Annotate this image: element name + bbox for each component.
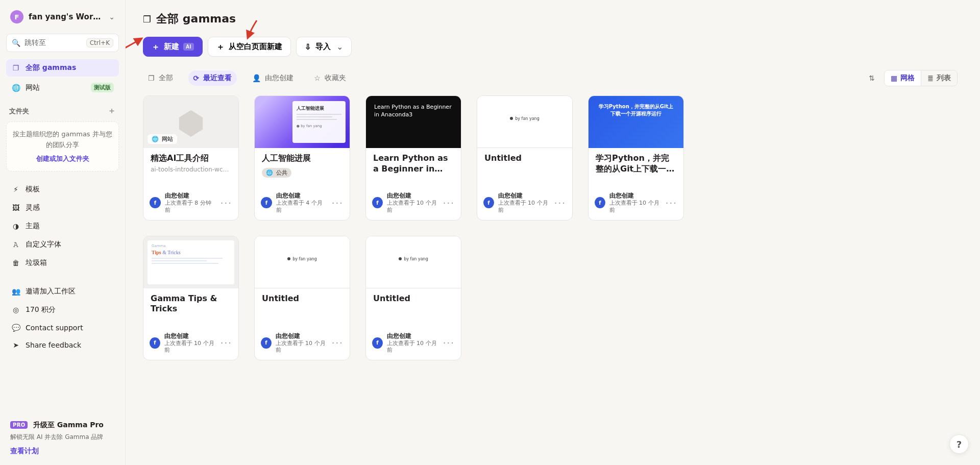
gamma-card[interactable]: Learn Python as a Beginner in Anaconda3L…: [365, 95, 461, 221]
gamma-card[interactable]: 人工智能进展 ● by fan yang 人工智能进展公共 f 由您创建 上次查…: [254, 95, 350, 221]
font-icon: [11, 240, 20, 249]
gamma-card[interactable]: 学习Python，并完整的从Git上下载一个开源程序运行学习Python，并完整…: [588, 95, 684, 221]
send-icon: [11, 341, 20, 349]
nav-invite[interactable]: 邀请加入工作区: [6, 283, 119, 300]
card-meta: 由您创建 上次查看于 8 分钟前: [165, 192, 216, 214]
nav-trash[interactable]: 垃圾箱: [6, 254, 119, 272]
card-title: 人工智能进展: [262, 153, 342, 164]
new-blank-button[interactable]: ＋ 从空白页面新建: [208, 37, 291, 57]
stack-icon: [11, 64, 20, 72]
filter-bar: 全部 最近查看 由您创建 收藏夹 网格 列: [143, 70, 958, 86]
pro-subtitle: 解锁无限 AI 并去除 Gamma 品牌: [10, 433, 115, 442]
card-menu-button[interactable]: ···: [443, 198, 455, 208]
last-viewed: 上次查看于 10 个月前: [609, 200, 662, 214]
card-subtitle: ai-tools-introduction-wcwwpgd.g…: [151, 166, 231, 173]
slide-title: 学习Python，并完整的从Git上下载一个开源程序运行: [597, 103, 675, 117]
card-title: 学习Python，并完整的从Git上下载一个开源程序运行: [596, 153, 676, 175]
add-folder-button[interactable]: ＋: [108, 106, 116, 116]
nav-fonts[interactable]: 自定义字体: [6, 236, 119, 253]
card-meta: 由您创建 上次查看于 10 个月前: [387, 192, 439, 214]
card-body: 人工智能进展公共: [255, 148, 350, 189]
nav-support[interactable]: Contact support: [6, 320, 119, 336]
author-avatar: f: [150, 197, 161, 208]
sort-button[interactable]: [865, 71, 879, 85]
nav-credits[interactable]: 170 积分: [6, 301, 119, 319]
card-menu-button[interactable]: ···: [220, 198, 232, 208]
card-footer: f 由您创建 上次查看于 10 个月前 ···: [366, 189, 461, 220]
user-icon: [252, 74, 261, 82]
grid-icon: [891, 74, 897, 82]
view-list[interactable]: 列表: [921, 70, 957, 86]
card-menu-button[interactable]: ···: [666, 198, 677, 208]
chevron-down-icon: [337, 43, 343, 51]
gamma-card[interactable]: by fan yangUntitled f 由您创建 上次查看于 10 个月前 …: [477, 95, 573, 221]
tertiary-nav: 邀请加入工作区 170 积分 Contact support Share fee…: [6, 283, 119, 353]
card-menu-button[interactable]: ···: [332, 337, 344, 348]
new-button-label: 新建: [164, 42, 179, 52]
view-grid[interactable]: 网格: [885, 70, 921, 86]
star-icon: [314, 74, 321, 82]
search-icon: [12, 39, 20, 47]
import-button[interactable]: 导入: [296, 37, 352, 57]
nav-sites[interactable]: 网站 测试版: [6, 79, 119, 96]
slide-title: Learn Python as a Beginner in Anaconda3: [374, 103, 453, 119]
pro-title: 升级至 Gamma Pro: [33, 421, 104, 429]
stack-icon: [143, 14, 151, 25]
nav-templates[interactable]: 模板: [6, 181, 119, 198]
card-menu-button[interactable]: ···: [443, 337, 455, 348]
card-title: 精选AI工具介绍: [151, 153, 231, 164]
nav-themes[interactable]: 主题: [6, 217, 119, 235]
author-avatar: f: [595, 197, 605, 208]
import-label: 导入: [315, 42, 331, 52]
nav-all-gammas[interactable]: 全部 gammas: [6, 59, 119, 77]
nav-inspiration[interactable]: 灵感: [6, 199, 119, 216]
created-by-label: 由您创建: [387, 332, 439, 340]
gamma-card[interactable]: by fan yangUntitled f 由您创建 上次查看于 10 个月前 …: [365, 236, 461, 361]
card-thumbnail: by fan yang: [255, 236, 350, 288]
author-avatar: f: [261, 197, 272, 208]
author-avatar: f: [150, 337, 160, 349]
pro-cta[interactable]: 查看计划: [10, 447, 39, 456]
created-by-label: 由您创建: [609, 192, 662, 200]
card-menu-button[interactable]: ···: [554, 198, 566, 208]
card-footer: f 由您创建 上次查看于 10 个月前 ···: [255, 329, 350, 360]
gamma-card[interactable]: Gamma Tips & Tricks Gamma Tips & Tricks …: [143, 236, 239, 361]
workspace-switcher[interactable]: F fan yang's Workspace: [6, 7, 119, 27]
visibility-chip: 公共: [262, 168, 291, 178]
card-menu-button[interactable]: ···: [220, 337, 232, 348]
card-footer: f 由您创建 上次查看于 4 个月前 ···: [255, 189, 350, 220]
last-viewed: 上次查看于 10 个月前: [498, 200, 550, 214]
gamma-card[interactable]: 网站精选AI工具介绍ai-tools-introduction-wcwwpgd.…: [143, 95, 239, 221]
nav-feedback[interactable]: Share feedback: [6, 337, 119, 353]
filter-all[interactable]: 全部: [143, 70, 178, 86]
folders-heading: 文件夹 ＋: [6, 106, 119, 116]
view-toggle: 网格 列表: [884, 70, 958, 86]
card-body: Untitled: [477, 148, 572, 189]
create-folder-link[interactable]: 创建或加入文件夹: [13, 154, 112, 164]
filter-favorites[interactable]: 收藏夹: [309, 70, 351, 86]
workspace-name: fan yang's Workspace: [29, 12, 104, 21]
gamma-card[interactable]: by fan yangUntitled f 由您创建 上次查看于 10 个月前 …: [254, 236, 350, 361]
users-icon: [11, 287, 20, 296]
card-body: Gamma Tips & Tricks: [143, 288, 238, 329]
nav-label: 全部 gammas: [26, 63, 76, 72]
stack-icon: [148, 74, 155, 82]
card-title: Untitled: [484, 153, 565, 164]
tips-brand: Gamma: [152, 243, 230, 249]
workspace-avatar: F: [10, 10, 23, 23]
chevron-down-icon: [109, 13, 115, 21]
card-footer: f 由您创建 上次查看于 8 分钟前 ···: [143, 189, 238, 220]
help-fab[interactable]: ?: [949, 434, 969, 454]
card-menu-button[interactable]: ···: [332, 198, 344, 208]
list-icon: [927, 74, 934, 82]
filter-recent[interactable]: 最近查看: [188, 70, 237, 86]
jump-to-search[interactable]: 跳转至 Ctrl+K: [6, 34, 119, 52]
author-avatar: f: [261, 337, 272, 349]
folders-note-text: 按主题组织您的 gammas 并与您的团队分享: [13, 130, 112, 149]
new-button[interactable]: ＋ 新建 AI: [143, 37, 203, 57]
filter-created-by-you[interactable]: 由您创建: [247, 70, 299, 86]
sort-icon: [869, 74, 875, 82]
card-thumbnail: 学习Python，并完整的从Git上下载一个开源程序运行: [589, 96, 683, 148]
card-title: Gamma Tips & Tricks: [151, 293, 231, 315]
sidebar: F fan yang's Workspace 跳转至 Ctrl+K 全部 gam…: [0, 0, 126, 465]
